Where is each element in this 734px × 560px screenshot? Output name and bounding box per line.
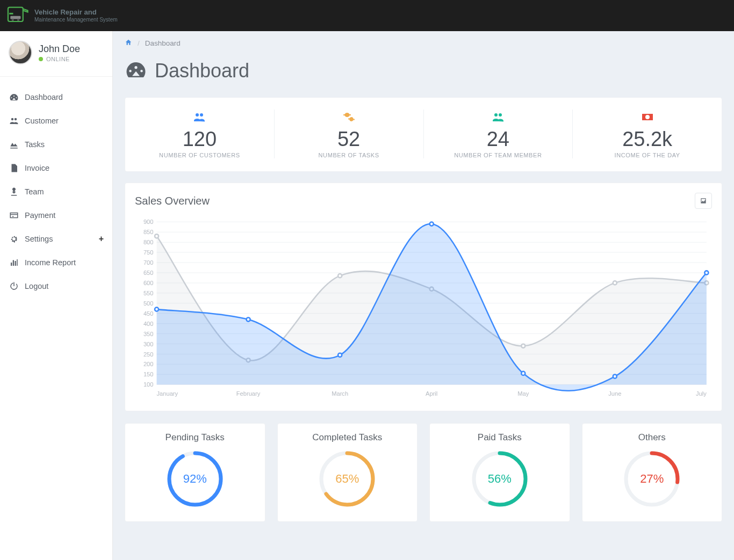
stat-label: NUMBER OF CUSTOMERS	[131, 152, 269, 158]
svg-text:July: July	[696, 390, 707, 397]
tasks-icon	[9, 140, 19, 149]
svg-text:650: 650	[143, 270, 154, 276]
stat-value: 25.2k	[578, 128, 716, 151]
svg-text:250: 250	[143, 351, 154, 357]
logo[interactable]: Vehicle Repair and Maintenance Managemen…	[6, 5, 118, 26]
svg-point-47	[338, 274, 342, 278]
svg-text:900: 900	[143, 219, 154, 225]
donut-card: Pending Tasks92%	[125, 423, 265, 522]
svg-text:200: 200	[143, 361, 154, 367]
donut-chart: 65%	[318, 449, 377, 508]
donut-percent: 56%	[470, 449, 529, 508]
gears-icon	[280, 110, 418, 125]
sidebar-item-tasks[interactable]: Tasks	[0, 133, 112, 156]
stat-value: 52	[280, 128, 418, 151]
money-icon	[578, 110, 716, 125]
svg-point-53	[247, 317, 250, 321]
customers-icon	[131, 110, 269, 125]
stat-label: NUMBER OF TEAM MEMBER	[429, 152, 567, 158]
svg-text:450: 450	[143, 310, 154, 317]
report-icon	[9, 258, 19, 267]
svg-rect-0	[10, 16, 20, 19]
page-title: Dashboard	[155, 60, 249, 82]
page-header: Dashboard	[113, 55, 734, 97]
app-title-line2: Maintenance Management System	[34, 17, 118, 23]
donut-percent: 92%	[165, 449, 225, 508]
topbar: Vehicle Repair and Maintenance Managemen…	[0, 0, 734, 31]
svg-point-57	[613, 374, 617, 378]
svg-point-58	[704, 271, 708, 274]
chart-card: Sales Overview 1001502002503003504004505…	[125, 183, 722, 411]
stat-cell: 120NUMBER OF CUSTOMERS	[125, 110, 275, 158]
sidebar-item-label: Invoice	[25, 164, 49, 172]
donut-card: Others27%	[582, 423, 723, 522]
user-block: John Doe ONLINE	[0, 31, 112, 77]
sidebar-item-label: Dashboard	[25, 93, 63, 101]
svg-text:June: June	[608, 390, 621, 397]
dashboard-icon	[125, 59, 147, 83]
content: / Dashboard Dashboard 120NUMBER OF CUSTO…	[113, 31, 734, 560]
invoice-icon	[9, 163, 19, 173]
payment-icon	[9, 210, 19, 220]
sidebar-item-customer[interactable]: Customer	[0, 109, 112, 133]
svg-text:350: 350	[143, 331, 154, 337]
svg-text:May: May	[517, 390, 529, 397]
donut-percent: 27%	[622, 449, 681, 508]
user-name: John Doe	[39, 43, 80, 55]
svg-text:750: 750	[143, 249, 154, 256]
svg-text:700: 700	[143, 259, 154, 266]
avatar[interactable]	[9, 41, 32, 64]
donut-chart: 56%	[470, 449, 529, 508]
donut-card: Completed Tasks65%	[277, 423, 418, 522]
svg-text:January: January	[157, 390, 178, 397]
donut-percent: 65%	[318, 449, 377, 508]
customers-icon	[429, 110, 567, 125]
status-dot-icon	[39, 57, 43, 61]
sidebar-item-payment[interactable]: Payment	[0, 203, 112, 227]
svg-point-50	[613, 281, 617, 285]
donut-title: Completed Tasks	[283, 432, 412, 443]
donut-card: Paid Tasks56%	[429, 423, 570, 522]
user-status: ONLINE	[39, 56, 80, 62]
sidebar-item-label: Customer	[25, 117, 59, 125]
stat-value: 24	[429, 128, 567, 151]
donut-title: Pending Tasks	[131, 432, 260, 443]
stat-value: 120	[131, 128, 269, 151]
svg-text:550: 550	[143, 290, 154, 296]
app-title-line1: Vehicle Repair and	[34, 9, 118, 16]
stat-cell: 25.2kINCOME OF THE DAY	[573, 110, 722, 158]
svg-point-1	[12, 19, 14, 21]
stat-cell: 52NUMBER OF TASKS	[275, 110, 424, 158]
svg-text:February: February	[236, 390, 261, 397]
svg-text:300: 300	[143, 341, 154, 347]
donut-chart: 27%	[622, 449, 681, 508]
chart-area: 1001502002503003504004505005506006507007…	[135, 216, 712, 399]
chart-toggle-button[interactable]	[695, 193, 712, 209]
sidebar-item-logout[interactable]: Logout	[0, 274, 112, 298]
svg-point-52	[155, 308, 159, 311]
image-icon	[700, 197, 707, 205]
sidebar-item-label: Logout	[25, 282, 48, 290]
sidebar: John Doe ONLINE DashboardCustomerTasksIn…	[0, 31, 113, 560]
sidebar-item-invoice[interactable]: Invoice	[0, 156, 112, 180]
breadcrumb: / Dashboard	[113, 31, 734, 55]
donut-chart: 92%	[165, 449, 225, 508]
svg-text:600: 600	[143, 280, 154, 286]
app-title: Vehicle Repair and Maintenance Managemen…	[34, 9, 118, 22]
sidebar-item-settings[interactable]: Settings+	[0, 227, 112, 251]
donut-title: Others	[588, 432, 717, 443]
expand-icon[interactable]: +	[99, 234, 104, 244]
sidebar-item-team[interactable]: Team	[0, 180, 112, 203]
svg-point-55	[430, 222, 434, 226]
stat-label: INCOME OF THE DAY	[578, 152, 716, 158]
user-status-text: ONLINE	[46, 56, 70, 62]
home-icon[interactable]	[125, 39, 132, 48]
app-logo-icon	[6, 5, 30, 26]
svg-point-56	[521, 372, 525, 375]
sidebar-item-income-report[interactable]: Income Report	[0, 251, 112, 274]
breadcrumb-separator: /	[138, 39, 140, 47]
sidebar-item-dashboard[interactable]: Dashboard	[0, 85, 112, 109]
svg-rect-3	[9, 13, 13, 14]
svg-text:150: 150	[143, 371, 154, 377]
team-icon	[9, 187, 19, 197]
